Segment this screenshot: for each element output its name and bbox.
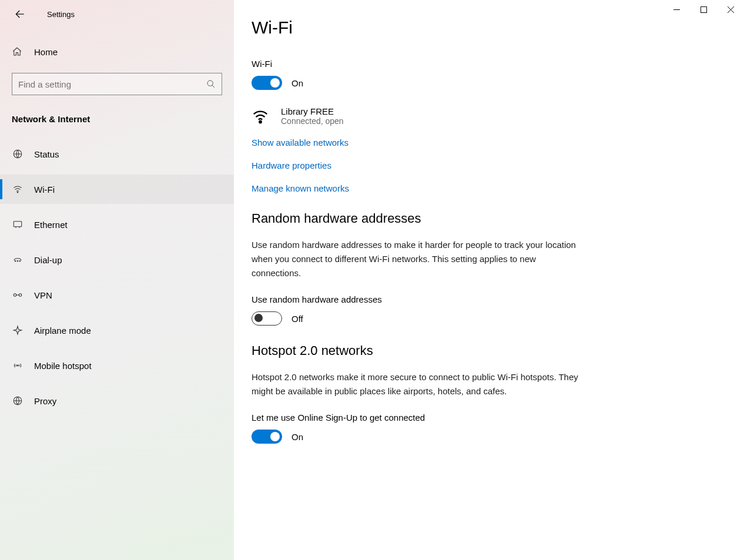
close-icon <box>728 6 734 13</box>
sidebar-nav: Status Wi-Fi Ethernet Dial-up VPN Airpla… <box>0 139 234 415</box>
home-icon <box>12 46 24 57</box>
hotspot-body: Hotspot 2.0 networks make it more secure… <box>252 370 581 398</box>
sidebar-item-label: Wi-Fi <box>34 185 55 195</box>
sidebar-item-wifi[interactable]: Wi-Fi <box>0 175 234 204</box>
random-addresses-toggle-state: Off <box>291 314 303 324</box>
vpn-icon <box>12 290 24 300</box>
sidebar-home-label: Home <box>34 47 58 57</box>
svg-rect-12 <box>701 6 706 12</box>
show-networks-link[interactable]: Show available networks <box>252 138 348 147</box>
svg-point-11 <box>259 120 262 123</box>
sidebar-item-label: Proxy <box>34 396 56 406</box>
ethernet-icon <box>12 219 24 230</box>
sidebar-item-label: VPN <box>34 290 52 300</box>
svg-point-5 <box>17 261 18 262</box>
wifi-icon <box>12 184 24 195</box>
arrow-left-icon <box>15 9 25 19</box>
svg-point-8 <box>19 294 22 297</box>
hotspot-toggle[interactable] <box>252 430 282 444</box>
search-field[interactable] <box>12 73 222 95</box>
close-button[interactable] <box>717 0 744 19</box>
sidebar-item-vpn[interactable]: VPN <box>0 280 234 310</box>
wifi-toggle[interactable] <box>252 76 282 90</box>
dialup-icon <box>12 254 24 265</box>
hotspot-icon <box>12 360 24 371</box>
status-icon <box>12 149 24 159</box>
proxy-icon <box>12 395 24 406</box>
sidebar-item-label: Mobile hotspot <box>34 361 92 371</box>
sidebar-item-airplane[interactable]: Airplane mode <box>0 316 234 345</box>
svg-point-2 <box>17 192 18 193</box>
wifi-signal-icon <box>252 108 270 125</box>
search-icon <box>206 79 216 89</box>
svg-point-4 <box>15 261 16 262</box>
svg-rect-3 <box>14 222 22 227</box>
sidebar-item-label: Dial-up <box>34 255 62 265</box>
sidebar-item-hotspot[interactable]: Mobile hotspot <box>0 351 234 380</box>
svg-point-6 <box>19 261 21 262</box>
network-status: Connected, open <box>281 116 344 126</box>
random-addresses-body: Use random hardware addresses to make it… <box>252 238 581 280</box>
maximize-icon <box>701 6 707 13</box>
sidebar-section-title: Network & Internet <box>0 114 234 124</box>
minimize-icon <box>673 6 680 13</box>
sidebar-item-label: Status <box>34 149 59 159</box>
sidebar-item-dialup[interactable]: Dial-up <box>0 245 234 274</box>
window-title: Settings <box>47 10 75 19</box>
hotspot-toggle-label: Let me use Online Sign-Up to get connect… <box>252 413 744 422</box>
back-button[interactable] <box>11 5 29 24</box>
manage-known-networks-link[interactable]: Manage known networks <box>252 183 349 193</box>
wifi-toggle-state: On <box>291 78 303 88</box>
sidebar-item-proxy[interactable]: Proxy <box>0 386 234 415</box>
svg-point-9 <box>17 365 18 366</box>
sidebar-item-label: Ethernet <box>34 220 68 230</box>
main-content: Wi-Fi Wi-Fi On Library FREE Connected, o… <box>234 0 744 560</box>
maximize-button[interactable] <box>690 0 717 19</box>
random-addresses-toggle[interactable] <box>252 311 282 326</box>
sidebar-home[interactable]: Home <box>0 38 234 66</box>
page-title: Wi-Fi <box>252 18 744 38</box>
hotspot-toggle-state: On <box>291 432 303 442</box>
window-controls <box>663 0 744 19</box>
search-input[interactable] <box>18 79 206 89</box>
minimize-button[interactable] <box>663 0 690 19</box>
sidebar-item-ethernet[interactable]: Ethernet <box>0 210 234 239</box>
sidebar-item-status[interactable]: Status <box>0 139 234 169</box>
current-network[interactable]: Library FREE Connected, open <box>252 106 744 126</box>
random-addresses-toggle-label: Use random hardware addresses <box>252 294 744 304</box>
network-name: Library FREE <box>281 106 344 116</box>
airplane-icon <box>12 325 24 336</box>
random-addresses-heading: Random hardware addresses <box>252 211 744 226</box>
sidebar: Settings Home Network & Internet Status … <box>0 0 234 560</box>
svg-point-0 <box>207 81 213 86</box>
svg-point-7 <box>14 294 16 297</box>
hardware-properties-link[interactable]: Hardware properties <box>252 160 331 170</box>
hotspot-heading: Hotspot 2.0 networks <box>252 343 744 358</box>
sidebar-item-label: Airplane mode <box>34 326 91 336</box>
wifi-section-label: Wi-Fi <box>252 59 744 69</box>
